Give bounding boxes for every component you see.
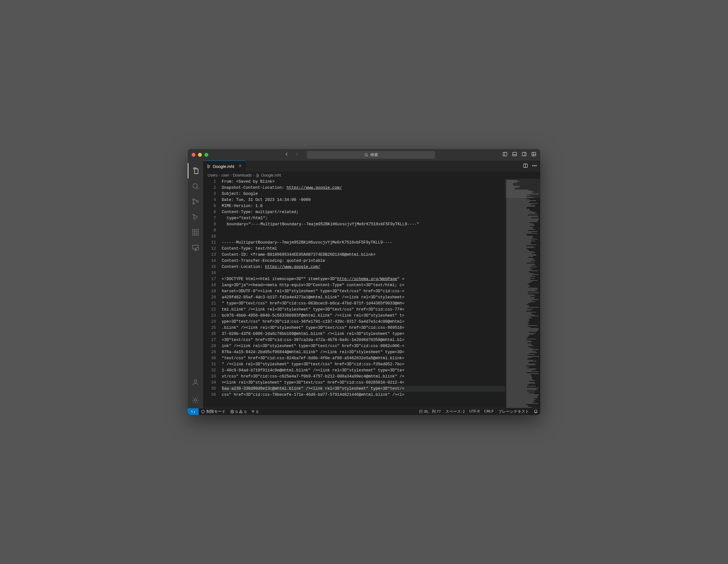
- chevron-right-icon: ›: [253, 173, 254, 178]
- svg-rect-1: [503, 153, 507, 156]
- tab-actions: [520, 161, 540, 172]
- close-window-button[interactable]: [192, 153, 195, 157]
- svg-point-30: [241, 412, 241, 413]
- svg-point-11: [193, 199, 194, 201]
- body-area: Google.mht Users › user › Downloads › Go…: [188, 161, 540, 408]
- editor-main: Google.mht Users › user › Downloads › Go…: [203, 161, 540, 408]
- language-mode[interactable]: プレーンテキスト: [496, 409, 531, 414]
- more-actions-icon[interactable]: [532, 163, 537, 170]
- line-number-gutter: 1234567891011121314151617181920212223242…: [203, 179, 222, 408]
- tab-close-icon[interactable]: [238, 164, 242, 169]
- explorer-icon[interactable]: [188, 163, 203, 178]
- customize-layout-icon[interactable]: [531, 152, 536, 158]
- toggle-secondary-sidebar-icon[interactable]: [522, 152, 527, 158]
- command-center-search[interactable]: 検索: [307, 151, 435, 159]
- svg-point-20: [196, 247, 199, 250]
- status-bar: 制限モード 0 0 0 行 35、列 77 スペース: 2 UTF-8 CRLF…: [188, 408, 540, 415]
- chevron-right-icon: ›: [230, 173, 232, 178]
- vscode-window: 検索 Google.mht: [188, 149, 540, 415]
- tab-bar: Google.mht: [203, 161, 540, 172]
- split-editor-icon[interactable]: [523, 163, 528, 170]
- tab-google-mht[interactable]: Google.mht: [203, 161, 245, 172]
- svg-rect-7: [532, 153, 536, 156]
- extensions-icon[interactable]: [188, 225, 203, 240]
- titlebar: 検索: [188, 149, 540, 161]
- problems-indicator[interactable]: 0 0: [228, 408, 249, 415]
- warnings-count: 0: [244, 410, 246, 414]
- breadcrumb-file[interactable]: Google.mht: [261, 173, 281, 178]
- svg-point-31: [252, 412, 253, 413]
- editor-area[interactable]: 1234567891011121314151617181920212223242…: [203, 179, 540, 408]
- notifications-icon[interactable]: [531, 409, 540, 414]
- maximize-window-button[interactable]: [204, 153, 208, 157]
- settings-gear-icon[interactable]: [188, 393, 203, 408]
- remote-indicator[interactable]: [188, 408, 199, 415]
- restricted-mode-indicator[interactable]: 制限モード: [199, 408, 228, 415]
- svg-rect-15: [193, 229, 195, 232]
- search-icon[interactable]: [188, 178, 203, 194]
- breadcrumb-part[interactable]: Users: [208, 173, 218, 178]
- nav-back-icon[interactable]: [285, 152, 289, 158]
- ports-count: 0: [256, 410, 258, 414]
- tab-filename: Google.mht: [213, 164, 234, 169]
- svg-point-10: [193, 184, 197, 188]
- errors-count: 0: [236, 410, 237, 414]
- remote-explorer-icon[interactable]: [188, 240, 203, 255]
- cursor-position[interactable]: 行 35、列 77: [417, 409, 443, 414]
- file-icon: [206, 164, 211, 169]
- encoding-indicator[interactable]: UTF-8: [467, 409, 482, 413]
- svg-rect-18: [196, 229, 198, 232]
- svg-rect-5: [522, 153, 526, 156]
- traffic-lights: [192, 153, 208, 157]
- titlebar-layout-controls: [502, 152, 536, 158]
- svg-rect-16: [193, 233, 195, 235]
- svg-point-27: [536, 165, 536, 166]
- breadcrumb-part[interactable]: Downloads: [233, 173, 252, 178]
- chevron-right-icon: ›: [219, 173, 220, 178]
- search-placeholder: 検索: [370, 152, 378, 158]
- svg-point-0: [365, 153, 367, 156]
- toggle-primary-sidebar-icon[interactable]: [502, 152, 508, 158]
- breadcrumb[interactable]: Users › user › Downloads › Google.mht: [203, 172, 540, 179]
- run-debug-icon[interactable]: [188, 209, 203, 225]
- svg-point-12: [193, 203, 194, 204]
- nav-arrows: [285, 152, 299, 158]
- svg-rect-3: [513, 153, 517, 156]
- minimize-window-button[interactable]: [198, 153, 202, 157]
- activity-bar: [188, 161, 203, 408]
- minimap[interactable]: [505, 179, 540, 408]
- toggle-panel-icon[interactable]: [512, 152, 517, 158]
- restricted-mode-label: 制限モード: [206, 409, 226, 414]
- nav-forward-icon[interactable]: [295, 152, 299, 158]
- svg-point-22: [194, 399, 196, 401]
- source-control-icon[interactable]: [188, 194, 203, 209]
- file-icon: [256, 173, 260, 178]
- indentation-indicator[interactable]: スペース: 2: [443, 409, 467, 414]
- ports-indicator[interactable]: 0: [249, 408, 261, 415]
- minimap-slider[interactable]: [505, 179, 540, 198]
- accounts-icon[interactable]: [188, 375, 203, 390]
- svg-point-14: [193, 214, 194, 215]
- eol-indicator[interactable]: CRLF: [482, 409, 496, 413]
- svg-point-26: [534, 165, 535, 166]
- breadcrumb-part[interactable]: user: [221, 173, 229, 178]
- svg-point-21: [194, 380, 197, 382]
- svg-rect-17: [196, 233, 198, 235]
- code-content[interactable]: From: <Saved by Blink>Snapshot-Content-L…: [222, 179, 505, 408]
- svg-point-25: [533, 165, 533, 166]
